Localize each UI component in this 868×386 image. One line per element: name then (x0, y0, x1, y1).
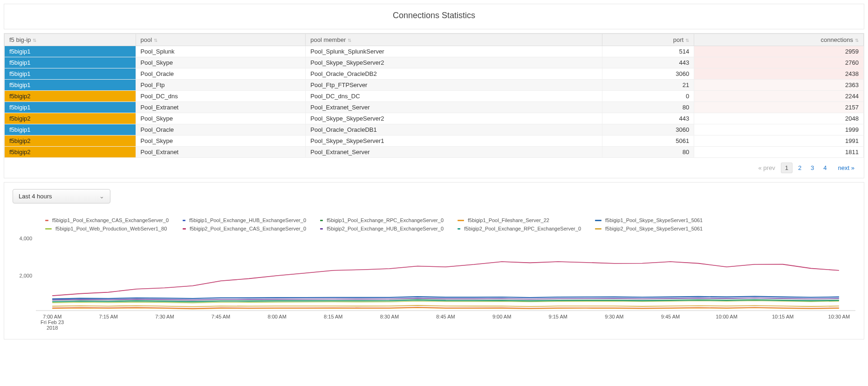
legend-swatch (320, 220, 323, 221)
pager-page[interactable]: 4 (820, 163, 830, 173)
cell-pool: Pool_Extranet (136, 147, 306, 158)
cell-connections: 2048 (694, 113, 864, 124)
table-row[interactable]: f5bigip2Pool_SkypePool_Skype_SkypeServer… (5, 113, 864, 124)
cell-connections: 2244 (694, 91, 864, 102)
cell-connections: 2959 (694, 46, 864, 57)
legend-swatch (458, 228, 460, 230)
cell-member: Pool_Skype_SkypeServer2 (306, 57, 602, 68)
cell-host: f5bigip2 (5, 147, 136, 158)
cell-pool: Pool_Ftp (136, 80, 306, 91)
legend-item[interactable]: f5bigip2_Pool_Skype_SkypeServer1_5061 (595, 226, 718, 231)
pager-page[interactable]: 3 (807, 163, 818, 173)
cell-pool: Pool_Skype (136, 57, 306, 68)
table-row[interactable]: f5bigip1Pool_OraclePool_Oracle_OracleDB1… (5, 124, 864, 135)
column-header[interactable]: connections⇅ (694, 34, 864, 46)
sort-icon: ⇅ (855, 38, 859, 43)
table-row[interactable]: f5bigip1Pool_SplunkPool_Splunk_SplunkSer… (5, 46, 864, 57)
stats-panel: Connections Statistics (4, 4, 864, 29)
table-row[interactable]: f5bigip1Pool_ExtranetPool_Extranet_Serve… (5, 102, 864, 113)
legend-swatch (183, 228, 186, 230)
pager: « prev 1234 next » (4, 158, 864, 178)
table-row[interactable]: f5bigip2Pool_DC_dnsPool_DC_dns_DC02244 (5, 91, 864, 102)
cell-member: Pool_DC_dns_DC (306, 91, 602, 102)
cell-host: f5bigip1 (5, 46, 136, 57)
legend-label: f5bigip2_Pool_Skype_SkypeServer1_5061 (605, 226, 703, 231)
time-range-label: Last 4 hours (19, 193, 52, 200)
x-tick-label: 9:00 AM (492, 314, 511, 319)
cell-connections: 1991 (694, 135, 864, 147)
legend-item[interactable]: f5bigip1_Pool_Skype_SkypeServer1_5061 (595, 217, 718, 223)
table-row[interactable]: f5bigip2Pool_ExtranetPool_Extranet_Serve… (5, 147, 864, 158)
legend-item[interactable]: f5bigip1_Pool_Exchange_HUB_ExchangeServe… (183, 217, 306, 223)
cell-member: Pool_Oracle_OracleDB2 (306, 68, 602, 80)
cell-connections: 2363 (694, 80, 864, 91)
table-row[interactable]: f5bigip2Pool_SkypePool_Skype_SkypeServer… (5, 135, 864, 147)
cell-port: 21 (602, 80, 694, 91)
legend-label: f5bigip2_Pool_Exchange_CAS_ExchangeServe… (190, 226, 306, 231)
chart-plot[interactable]: 2,0004,000 (36, 238, 855, 313)
table-row[interactable]: f5bigip1Pool_SkypePool_Skype_SkypeServer… (5, 57, 864, 68)
cell-member: Pool_Skype_SkypeServer1 (306, 135, 602, 147)
legend-label: f5bigip1_Pool_Exchange_CAS_ExchangeServe… (52, 217, 169, 223)
cell-host: f5bigip1 (5, 124, 136, 135)
sort-icon: ⇅ (685, 38, 689, 43)
x-tick-label: 10:30 AM (828, 314, 850, 319)
cell-port: 443 (602, 113, 694, 124)
cell-pool: Pool_DC_dns (136, 91, 306, 102)
cell-host: f5bigip2 (5, 91, 136, 102)
cell-member: Pool_Skype_SkypeServer2 (306, 113, 602, 124)
x-tick-label: 10:00 AM (716, 314, 737, 319)
column-header[interactable]: port⇅ (602, 34, 694, 46)
legend-label: f5bigip1_Pool_Fileshare_Server_22 (468, 217, 549, 223)
pager-prev: « prev (755, 163, 779, 173)
legend-item[interactable]: f5bigip1_Pool_Web_Production_WebServer1_… (45, 226, 169, 231)
cell-connections: 2157 (694, 102, 864, 113)
legend-swatch (45, 228, 52, 230)
legend-item[interactable]: f5bigip1_Pool_Fileshare_Server_22 (458, 217, 581, 223)
pager-page[interactable]: 2 (794, 163, 805, 173)
x-tick-label: 9:45 AM (661, 314, 680, 319)
y-tick-label: 4,000 (19, 236, 36, 241)
column-header[interactable]: pool⇅ (136, 34, 306, 46)
legend-label: f5bigip1_Pool_Web_Production_WebServer1_… (55, 226, 167, 231)
x-tick-label: 7:15 AM (99, 314, 118, 319)
connections-table: f5 big-ip⇅pool⇅pool member⇅port⇅connecti… (4, 34, 864, 158)
legend-label: f5bigip2_Pool_Exchange_HUB_ExchangeServe… (327, 226, 444, 231)
time-range-select[interactable]: Last 4 hours ⌄ (13, 189, 110, 203)
cell-member: Pool_Ftp_FTPServer (306, 80, 602, 91)
table-row[interactable]: f5bigip1Pool_FtpPool_Ftp_FTPServer212363 (5, 80, 864, 91)
legend-item[interactable]: f5bigip2_Pool_Exchange_HUB_ExchangeServe… (320, 226, 444, 231)
pager-next[interactable]: next » (834, 163, 858, 173)
x-tick-label: 8:15 AM (324, 314, 342, 319)
table-row[interactable]: f5bigip1Pool_OraclePool_Oracle_OracleDB2… (5, 68, 864, 80)
cell-member: Pool_Extranet_Server (306, 147, 602, 158)
legend-item[interactable]: f5bigip1_Pool_Exchange_CAS_ExchangeServe… (45, 217, 169, 223)
cell-port: 80 (602, 147, 694, 158)
cell-connections: 1999 (694, 124, 864, 135)
x-tick-label: 9:30 AM (605, 314, 623, 319)
x-tick-label: 7:00 AMFri Feb 232018 (41, 314, 64, 331)
sort-icon: ⇅ (33, 38, 36, 43)
cell-member: Pool_Splunk_SplunkServer (306, 46, 602, 57)
cell-host: f5bigip1 (5, 57, 136, 68)
chevron-down-icon: ⌄ (99, 193, 104, 200)
legend-item[interactable]: f5bigip2_Pool_Exchange_CAS_ExchangeServe… (183, 226, 306, 231)
cell-host: f5bigip2 (5, 135, 136, 147)
x-tick-label: 7:30 AM (155, 314, 174, 319)
legend-item[interactable]: f5bigip2_Pool_Exchange_RPC_ExchangeServe… (458, 226, 581, 231)
legend-item[interactable]: f5bigip1_Pool_Exchange_RPC_ExchangeServe… (320, 217, 444, 223)
cell-pool: Pool_Oracle (136, 124, 306, 135)
cell-member: Pool_Extranet_Server (306, 102, 602, 113)
legend-swatch (45, 220, 48, 221)
chart-xaxis: 7:00 AMFri Feb 2320187:15 AM7:30 AM7:45 … (36, 313, 855, 334)
panel-title: Connections Statistics (4, 4, 864, 29)
cell-pool: Pool_Extranet (136, 102, 306, 113)
chart-panel: Last 4 hours ⌄ f5bigip1_Pool_Exchange_CA… (4, 182, 864, 339)
column-header[interactable]: pool member⇅ (306, 34, 602, 46)
cell-host: f5bigip1 (5, 80, 136, 91)
cell-connections: 2760 (694, 57, 864, 68)
column-header[interactable]: f5 big-ip⇅ (5, 34, 136, 46)
x-tick-label: 8:45 AM (436, 314, 455, 319)
cell-pool: Pool_Splunk (136, 46, 306, 57)
chart-legend: f5bigip1_Pool_Exchange_CAS_ExchangeServe… (13, 203, 855, 238)
